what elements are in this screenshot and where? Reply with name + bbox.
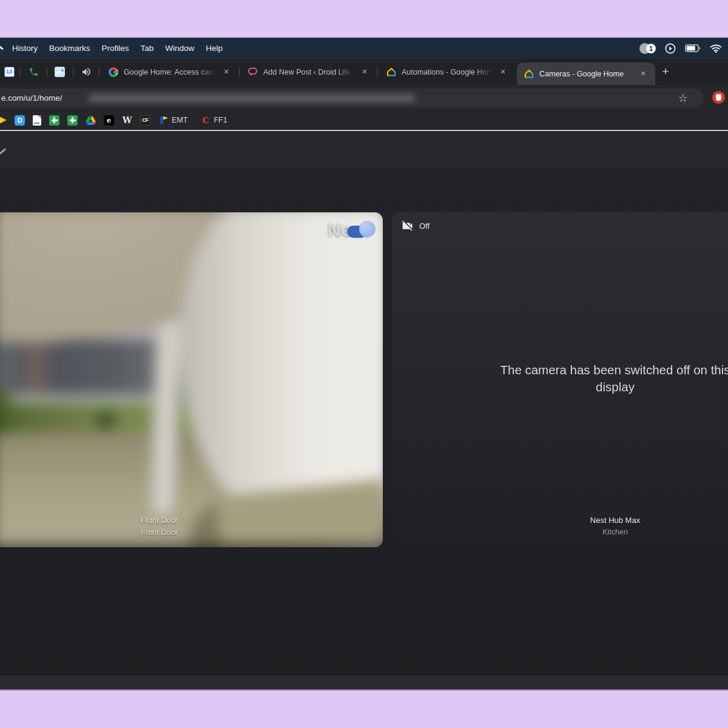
- chat-bubble-icon: [248, 67, 258, 77]
- bookmark-cf-icon[interactable]: CF: [140, 115, 150, 126]
- bookmark-drive-icon[interactable]: [86, 115, 96, 126]
- cropped-menu-fragment: [0, 46, 4, 50]
- partial-chevron-icon: [0, 148, 6, 155]
- close-icon[interactable]: ✕: [638, 69, 649, 79]
- tab-title: Add New Post ‹ Droid Life — W: [263, 68, 356, 76]
- new-tab-button[interactable]: +: [659, 65, 672, 78]
- menu-item-help[interactable]: Help: [206, 44, 223, 53]
- bookmark-green-cross-icon[interactable]: [49, 115, 59, 126]
- address-bar[interactable]: e.com/u/1/home/ ☆: [0, 89, 704, 107]
- google-home-icon: [524, 69, 534, 79]
- nest-status-dot: [359, 221, 376, 237]
- tab-separator: [239, 67, 240, 76]
- display-camera-card[interactable]: Off The camera has been switched off on …: [392, 212, 728, 547]
- analytics-icon: [55, 67, 65, 77]
- camera-off-message: The camera has been switched off on this…: [392, 362, 728, 396]
- tab-google-home-access-camera[interactable]: Google Home: Access camera ✕: [103, 59, 237, 85]
- device-name-label: Nest Hub Max: [392, 516, 728, 525]
- bookmark-emt[interactable]: EMT: [158, 115, 187, 126]
- camera-labels: Front Door Front Door: [0, 516, 318, 537]
- menu-item-profiles[interactable]: Profiles: [102, 44, 129, 53]
- tab-separator: [20, 67, 21, 76]
- bookmark-d-icon[interactable]: D: [15, 115, 25, 126]
- google-g-icon: [108, 67, 118, 77]
- close-icon[interactable]: ✕: [497, 67, 508, 78]
- bookmark-e-icon[interactable]: e: [104, 115, 114, 126]
- screen-record-icon[interactable]: [665, 43, 676, 54]
- message-line-2: display: [392, 379, 728, 396]
- browser-extension-icon[interactable]: [712, 91, 725, 104]
- menu-item-history[interactable]: History: [12, 44, 38, 53]
- notification-badge-icon[interactable]: 1: [639, 42, 656, 55]
- message-line-1: The camera has been switched off on this: [392, 362, 728, 379]
- browser-toolbar: e.com/u/1/home/ ☆: [0, 85, 728, 111]
- flag-icon: [158, 115, 169, 126]
- camera-room-label: Front Door: [0, 528, 318, 537]
- tab-separator: [73, 67, 73, 76]
- url-text: e.com/u/1/home/: [1, 93, 62, 103]
- tab-automations[interactable]: Automations - Google Home ✕: [381, 59, 513, 85]
- pinned-tab-voice[interactable]: [28, 66, 39, 77]
- tab-bar: 13 Google Home: Access camera ✕ Add New …: [0, 59, 728, 85]
- redacted-url-blur: [88, 94, 416, 103]
- device-labels: Nest Hub Max Kitchen: [392, 516, 728, 536]
- app-header: [0, 131, 728, 167]
- tab-title: Google Home: Access camera: [124, 68, 217, 76]
- tab-separator: [377, 67, 377, 76]
- tab-separator: [47, 67, 47, 76]
- bookmark-star-icon[interactable]: ☆: [678, 92, 688, 104]
- menu-item-window[interactable]: Window: [165, 44, 194, 53]
- bookmark-green-cross-icon[interactable]: [67, 115, 78, 126]
- tab-cameras-active[interactable]: Cameras - Google Home ✕: [517, 62, 655, 85]
- off-status-row: Off: [401, 220, 430, 232]
- bookmark-play-icon[interactable]: [0, 115, 7, 126]
- camera-name-label: Front Door: [0, 516, 318, 525]
- off-status-label: Off: [419, 221, 430, 231]
- bookmark-wikipedia-icon[interactable]: W: [122, 115, 132, 126]
- macos-menu-bar: History Bookmarks Profiles Tab Window He…: [0, 38, 728, 59]
- bookmarks-bar: D e W CF EMT C FF1: [0, 111, 728, 130]
- tab-separator: [99, 67, 99, 76]
- window-bottom-strip: [0, 675, 728, 689]
- pinned-tab-calendar[interactable]: 13: [4, 66, 15, 77]
- pinned-tab-analytics[interactable]: [54, 66, 65, 77]
- wifi-icon[interactable]: [710, 44, 722, 53]
- badge-count: 1: [646, 44, 656, 53]
- menu-item-tab[interactable]: Tab: [141, 44, 154, 53]
- cameras-page: Nest Front Door Front Door Off The camer…: [0, 167, 728, 675]
- google-home-icon: [386, 67, 396, 77]
- bookmark-label: FF1: [214, 116, 227, 124]
- menu-item-bookmarks[interactable]: Bookmarks: [49, 44, 90, 53]
- calendar-icon: 13: [4, 67, 15, 77]
- battery-icon[interactable]: [685, 44, 701, 52]
- tab-title: Automations - Google Home: [402, 68, 494, 76]
- bookmark-label: EMT: [172, 116, 187, 124]
- pinned-tab-audio[interactable]: [81, 66, 92, 77]
- bookmark-document-icon[interactable]: [33, 115, 41, 126]
- bookmark-ff1[interactable]: C FF1: [200, 115, 227, 126]
- tab-title: Cameras - Google Home: [539, 70, 634, 78]
- videocam-off-icon: [401, 220, 414, 232]
- red-c-icon: C: [200, 115, 211, 126]
- phone-icon: [29, 67, 39, 77]
- close-icon[interactable]: ✕: [221, 67, 232, 78]
- close-icon[interactable]: ✕: [359, 67, 370, 78]
- desktop-wallpaper: { "menu_bar": { "items": ["History", "Bo…: [0, 0, 728, 728]
- front-door-camera-card[interactable]: Nest Front Door Front Door: [0, 212, 383, 547]
- tab-add-new-post[interactable]: Add New Post ‹ Droid Life — W ✕: [243, 59, 375, 85]
- speaker-icon: [81, 67, 92, 77]
- menu-status-area: 1: [639, 42, 722, 55]
- card-vignette: [0, 212, 383, 547]
- menu-items: History Bookmarks Profiles Tab Window He…: [12, 44, 223, 53]
- device-room-label: Kitchen: [392, 528, 728, 536]
- wallpaper-edge-line: [0, 689, 728, 690]
